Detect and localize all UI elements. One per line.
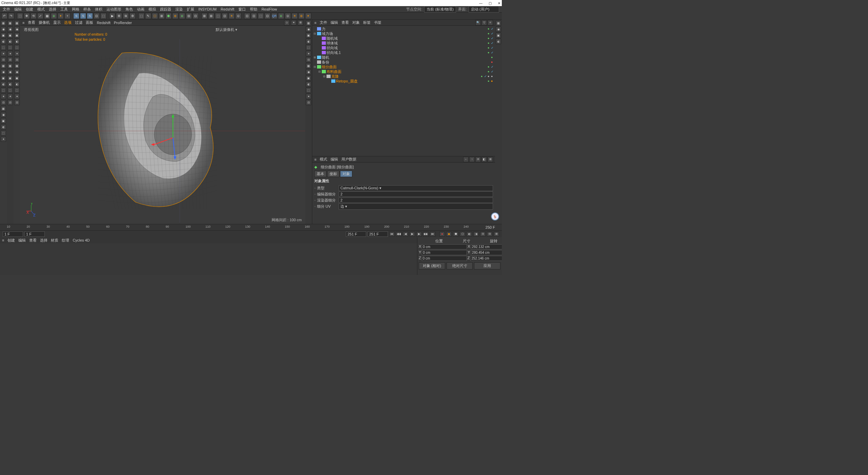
viewport[interactable]: 透视视图 默认摄像机 ▾ Number of emitters: 0 Total… [20,26,305,224]
toolbar-icon[interactable]: ↶ [1,13,7,19]
vp-menu-item[interactable]: 查看 [28,20,35,25]
vp-menu-item[interactable]: 选项 [64,20,72,25]
side-icon[interactable]: ◐ [496,39,501,44]
menu-工具[interactable]: 工具 [60,7,68,12]
side-icon[interactable]: ⬚ [1,88,6,93]
record-icon[interactable]: ● [439,232,445,236]
toolbar-icon[interactable]: ⊡ [244,13,250,19]
vp-menu-item[interactable]: Redshift [97,21,110,25]
toolbar-icon[interactable]: ⊡ [264,13,271,19]
menu-扩展[interactable]: 扩展 [187,7,194,12]
side-icon[interactable]: ⊡ [14,100,20,105]
toolbar-icon[interactable]: ⊕ [179,13,185,19]
side-icon[interactable]: ⊡ [1,100,6,105]
side-icon[interactable]: ◉ [496,26,501,32]
key-icon[interactable]: ⬡ [460,232,465,236]
toolbar-icon[interactable]: ⊡ [94,13,100,19]
list-icon[interactable]: ≡ [488,20,493,25]
maximize-icon[interactable]: ▢ [489,1,492,5]
toolbar-icon[interactable]: ⬡ [152,13,158,19]
side-icon[interactable]: ▣ [14,33,20,38]
side-icon[interactable]: ▦ [1,106,6,111]
tree-row[interactable]: 力●✓ [312,26,495,31]
attr-tab[interactable]: 坐标 [327,171,339,177]
frame-start[interactable] [3,231,23,237]
attr-tab[interactable]: 对象 [340,171,352,177]
toolbar-icon[interactable]: ✥ [24,13,30,19]
next-key-icon[interactable]: ▶▶ [423,232,429,236]
side-icon[interactable]: ▦ [7,20,13,26]
side-icon[interactable]: ✦ [14,51,20,56]
tree-row[interactable]: 随机域●✓ [312,36,495,41]
tree-row[interactable]: 径向域.1●✓ [312,50,495,55]
toolbar-icon[interactable]: ⊡ [193,13,199,19]
goto-start-icon[interactable]: ⏮ [389,232,395,236]
toolbar-icon[interactable]: ⊡ [251,13,257,19]
search-icon[interactable]: 🔍 [475,20,481,25]
tree-row[interactable]: ⊞随机● [312,55,495,60]
deer-badge-icon[interactable]: 🦌 [491,212,499,221]
coord-button[interactable]: 对象 (相对) [419,262,445,269]
menu-RealFlow[interactable]: RealFlow [261,7,277,11]
coord-size[interactable] [470,256,502,261]
toolbar-icon[interactable]: ▶ [109,13,115,19]
side-icon[interactable]: ◉ [1,69,6,75]
side-icon[interactable]: ◐ [306,39,311,44]
side-icon[interactable]: ⊡ [7,100,13,105]
toolbar-icon[interactable]: ⊟ [186,13,192,19]
vp-menu-item[interactable]: ≡ [22,21,24,25]
side-icon[interactable]: ⬚ [14,88,20,93]
side-icon[interactable]: ◉ [7,26,13,32]
toolbar-icon[interactable]: QR [271,13,277,19]
toolbar-icon[interactable]: ⊙ [285,13,291,19]
side-icon[interactable]: ▦ [14,20,20,26]
side-icon[interactable]: ▦ [1,63,6,69]
side-icon[interactable]: ⬚ [7,45,13,50]
toolbar-icon[interactable]: ⊞ [201,13,208,19]
side-icon[interactable]: ▦ [1,20,6,26]
vp-nav-icon[interactable]: ⊞ [298,20,303,25]
menu-INSYDIUM[interactable]: INSYDIUM [198,7,217,11]
tree-row[interactable]: ⊟布料曲面●✓ [312,69,495,74]
coord-size[interactable] [471,244,502,249]
toolbar-icon[interactable]: ⊛ [172,13,178,19]
frame-start2[interactable] [24,231,45,237]
toolbar-icon[interactable]: ⬚ [258,13,264,19]
toolbar-icon[interactable]: ⬚ [17,13,23,19]
menu-创建[interactable]: 创建 [26,7,33,12]
side-icon[interactable]: ⬚ [1,130,6,136]
tree-row[interactable]: 球体域●✓ [312,41,495,45]
nav-icon[interactable]: ◧ [481,157,487,162]
menu-网格[interactable]: 网格 [72,7,79,12]
side-icon[interactable]: ✦ [7,51,13,56]
frame-current2[interactable] [368,231,388,237]
vp-nav-icon[interactable]: ◇ [284,20,290,25]
side-icon[interactable]: ⬚ [14,45,20,50]
side-icon[interactable]: ▦ [306,63,311,69]
side-icon[interactable]: ✦ [306,51,311,56]
coord-size[interactable] [471,250,502,255]
key-icon[interactable]: ◐ [467,232,472,236]
key-icon[interactable]: ◑ [473,232,479,236]
toolbar-icon[interactable]: S [73,13,79,19]
vp-menu-item[interactable]: 面板 [86,20,93,25]
attr-menu-item[interactable]: 模式 [320,157,327,162]
key-icon[interactable]: ⊞ [494,232,499,236]
tree-row[interactable]: ⊟细分曲面●✓ [312,64,495,69]
back-icon[interactable]: ← [463,157,469,162]
obj-menu-item[interactable]: 文件 [320,20,327,25]
side-icon[interactable]: ◐ [7,81,13,87]
side-icon[interactable]: ▣ [306,75,311,81]
side-icon[interactable]: ▦ [306,20,311,26]
side-icon[interactable]: ◉ [14,26,20,32]
side-icon[interactable]: ✦ [306,94,311,99]
side-icon[interactable]: ◐ [14,39,20,44]
mat-menu-item[interactable]: 编辑 [18,238,26,243]
coord-button[interactable]: 应用 [474,262,500,269]
menu-模拟[interactable]: 模拟 [149,7,156,12]
toolbar-icon[interactable]: ⤢ [37,13,43,19]
menu-选择[interactable]: 选择 [49,7,56,12]
toolbar-icon[interactable]: ✎ [145,13,151,19]
toolbar-icon[interactable]: ⊙ [235,13,241,19]
menu-窗口[interactable]: 窗口 [238,7,246,12]
